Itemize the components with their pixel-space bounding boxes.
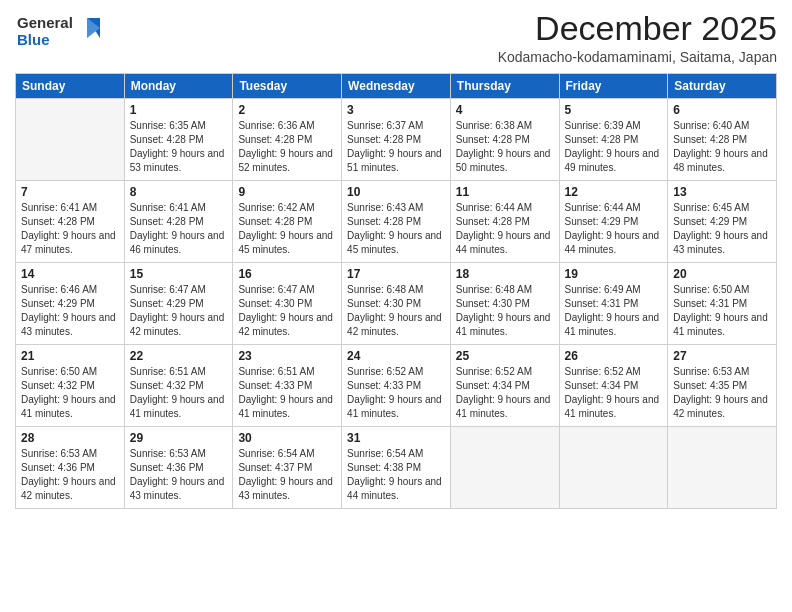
day-info: Sunrise: 6:52 AMSunset: 4:34 PMDaylight:… xyxy=(565,365,663,421)
day-number: 14 xyxy=(21,267,119,281)
day-number: 12 xyxy=(565,185,663,199)
day-number: 3 xyxy=(347,103,445,117)
daylight-text: Daylight: 9 hours and 45 minutes. xyxy=(347,230,442,255)
day-info: Sunrise: 6:44 AMSunset: 4:28 PMDaylight:… xyxy=(456,201,554,257)
sunset-text: Sunset: 4:28 PM xyxy=(456,216,530,227)
week-row-2: 7Sunrise: 6:41 AMSunset: 4:28 PMDaylight… xyxy=(16,181,777,263)
sunset-text: Sunset: 4:28 PM xyxy=(130,216,204,227)
calendar-cell: 30Sunrise: 6:54 AMSunset: 4:37 PMDayligh… xyxy=(233,427,342,509)
sunrise-text: Sunrise: 6:53 AM xyxy=(21,448,97,459)
sunrise-text: Sunrise: 6:39 AM xyxy=(565,120,641,131)
sunset-text: Sunset: 4:38 PM xyxy=(347,462,421,473)
logo-icon: General Blue xyxy=(15,10,105,55)
calendar-cell: 27Sunrise: 6:53 AMSunset: 4:35 PMDayligh… xyxy=(668,345,777,427)
calendar-body: 1Sunrise: 6:35 AMSunset: 4:28 PMDaylight… xyxy=(16,99,777,509)
sunset-text: Sunset: 4:36 PM xyxy=(130,462,204,473)
sunrise-text: Sunrise: 6:48 AM xyxy=(456,284,532,295)
daylight-text: Daylight: 9 hours and 43 minutes. xyxy=(130,476,225,501)
sunrise-text: Sunrise: 6:45 AM xyxy=(673,202,749,213)
daylight-text: Daylight: 9 hours and 43 minutes. xyxy=(238,476,333,501)
calendar-cell: 8Sunrise: 6:41 AMSunset: 4:28 PMDaylight… xyxy=(124,181,233,263)
sunrise-text: Sunrise: 6:50 AM xyxy=(673,284,749,295)
calendar-cell: 15Sunrise: 6:47 AMSunset: 4:29 PMDayligh… xyxy=(124,263,233,345)
calendar-cell: 28Sunrise: 6:53 AMSunset: 4:36 PMDayligh… xyxy=(16,427,125,509)
day-info: Sunrise: 6:35 AMSunset: 4:28 PMDaylight:… xyxy=(130,119,228,175)
day-info: Sunrise: 6:49 AMSunset: 4:31 PMDaylight:… xyxy=(565,283,663,339)
daylight-text: Daylight: 9 hours and 41 minutes. xyxy=(21,394,116,419)
sunset-text: Sunset: 4:29 PM xyxy=(673,216,747,227)
calendar-cell: 7Sunrise: 6:41 AMSunset: 4:28 PMDaylight… xyxy=(16,181,125,263)
day-number: 2 xyxy=(238,103,336,117)
calendar-cell: 12Sunrise: 6:44 AMSunset: 4:29 PMDayligh… xyxy=(559,181,668,263)
daylight-text: Daylight: 9 hours and 44 minutes. xyxy=(347,476,442,501)
daylight-text: Daylight: 9 hours and 42 minutes. xyxy=(673,394,768,419)
col-wednesday: Wednesday xyxy=(342,74,451,99)
day-info: Sunrise: 6:48 AMSunset: 4:30 PMDaylight:… xyxy=(347,283,445,339)
daylight-text: Daylight: 9 hours and 41 minutes. xyxy=(456,394,551,419)
calendar-cell: 2Sunrise: 6:36 AMSunset: 4:28 PMDaylight… xyxy=(233,99,342,181)
day-number: 5 xyxy=(565,103,663,117)
calendar-cell: 5Sunrise: 6:39 AMSunset: 4:28 PMDaylight… xyxy=(559,99,668,181)
day-info: Sunrise: 6:48 AMSunset: 4:30 PMDaylight:… xyxy=(456,283,554,339)
day-info: Sunrise: 6:47 AMSunset: 4:30 PMDaylight:… xyxy=(238,283,336,339)
week-row-5: 28Sunrise: 6:53 AMSunset: 4:36 PMDayligh… xyxy=(16,427,777,509)
sunset-text: Sunset: 4:34 PM xyxy=(565,380,639,391)
calendar-header: Sunday Monday Tuesday Wednesday Thursday… xyxy=(16,74,777,99)
daylight-text: Daylight: 9 hours and 42 minutes. xyxy=(238,312,333,337)
daylight-text: Daylight: 9 hours and 45 minutes. xyxy=(238,230,333,255)
sunset-text: Sunset: 4:37 PM xyxy=(238,462,312,473)
sunrise-text: Sunrise: 6:54 AM xyxy=(238,448,314,459)
logo-text: General Blue xyxy=(15,10,105,60)
sunset-text: Sunset: 4:29 PM xyxy=(565,216,639,227)
calendar-cell: 13Sunrise: 6:45 AMSunset: 4:29 PMDayligh… xyxy=(668,181,777,263)
calendar-title: December 2025 xyxy=(498,10,777,47)
calendar-cell: 19Sunrise: 6:49 AMSunset: 4:31 PMDayligh… xyxy=(559,263,668,345)
title-block: December 2025 Kodamacho-kodamaminami, Sa… xyxy=(498,10,777,65)
day-number: 26 xyxy=(565,349,663,363)
daylight-text: Daylight: 9 hours and 53 minutes. xyxy=(130,148,225,173)
sunset-text: Sunset: 4:33 PM xyxy=(238,380,312,391)
daylight-text: Daylight: 9 hours and 52 minutes. xyxy=(238,148,333,173)
calendar-cell: 11Sunrise: 6:44 AMSunset: 4:28 PMDayligh… xyxy=(450,181,559,263)
calendar-cell: 31Sunrise: 6:54 AMSunset: 4:38 PMDayligh… xyxy=(342,427,451,509)
day-info: Sunrise: 6:46 AMSunset: 4:29 PMDaylight:… xyxy=(21,283,119,339)
day-info: Sunrise: 6:50 AMSunset: 4:31 PMDaylight:… xyxy=(673,283,771,339)
calendar-cell xyxy=(16,99,125,181)
day-number: 16 xyxy=(238,267,336,281)
logo: General Blue xyxy=(15,10,105,60)
sunset-text: Sunset: 4:35 PM xyxy=(673,380,747,391)
day-info: Sunrise: 6:53 AMSunset: 4:35 PMDaylight:… xyxy=(673,365,771,421)
sunset-text: Sunset: 4:30 PM xyxy=(238,298,312,309)
calendar-cell: 22Sunrise: 6:51 AMSunset: 4:32 PMDayligh… xyxy=(124,345,233,427)
daylight-text: Daylight: 9 hours and 42 minutes. xyxy=(21,476,116,501)
day-number: 24 xyxy=(347,349,445,363)
day-number: 21 xyxy=(21,349,119,363)
sunrise-text: Sunrise: 6:47 AM xyxy=(130,284,206,295)
daylight-text: Daylight: 9 hours and 42 minutes. xyxy=(347,312,442,337)
header: General Blue December 2025 Kodamacho-kod… xyxy=(15,10,777,65)
sunset-text: Sunset: 4:28 PM xyxy=(456,134,530,145)
sunset-text: Sunset: 4:28 PM xyxy=(21,216,95,227)
calendar-cell xyxy=(450,427,559,509)
sunset-text: Sunset: 4:36 PM xyxy=(21,462,95,473)
page: General Blue December 2025 Kodamacho-kod… xyxy=(0,0,792,612)
daylight-text: Daylight: 9 hours and 48 minutes. xyxy=(673,148,768,173)
day-number: 1 xyxy=(130,103,228,117)
day-number: 28 xyxy=(21,431,119,445)
col-monday: Monday xyxy=(124,74,233,99)
week-row-4: 21Sunrise: 6:50 AMSunset: 4:32 PMDayligh… xyxy=(16,345,777,427)
sunset-text: Sunset: 4:31 PM xyxy=(565,298,639,309)
day-info: Sunrise: 6:41 AMSunset: 4:28 PMDaylight:… xyxy=(130,201,228,257)
sunrise-text: Sunrise: 6:38 AM xyxy=(456,120,532,131)
day-info: Sunrise: 6:36 AMSunset: 4:28 PMDaylight:… xyxy=(238,119,336,175)
sunrise-text: Sunrise: 6:51 AM xyxy=(130,366,206,377)
day-number: 4 xyxy=(456,103,554,117)
day-number: 18 xyxy=(456,267,554,281)
sunrise-text: Sunrise: 6:52 AM xyxy=(347,366,423,377)
sunset-text: Sunset: 4:28 PM xyxy=(238,134,312,145)
day-info: Sunrise: 6:54 AMSunset: 4:38 PMDaylight:… xyxy=(347,447,445,503)
calendar-cell: 26Sunrise: 6:52 AMSunset: 4:34 PMDayligh… xyxy=(559,345,668,427)
daylight-text: Daylight: 9 hours and 44 minutes. xyxy=(565,230,660,255)
day-info: Sunrise: 6:39 AMSunset: 4:28 PMDaylight:… xyxy=(565,119,663,175)
sunset-text: Sunset: 4:28 PM xyxy=(565,134,639,145)
